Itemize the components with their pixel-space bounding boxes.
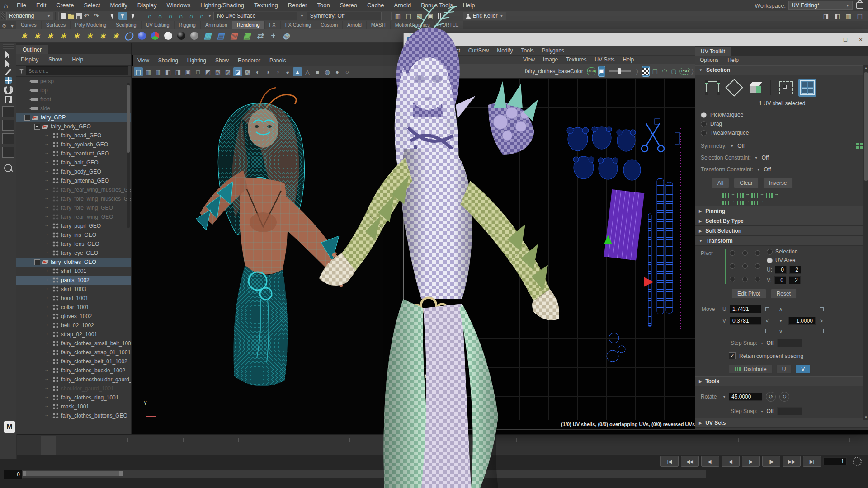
move-step-snap-value[interactable]: Off [766,340,774,346]
viewport-lights-icon[interactable]: ▩ [243,67,252,76]
shelf-tab[interactable]: UV Editing [142,21,174,29]
viewport-menu-item[interactable]: Lighting [183,57,211,64]
uv-menu-item[interactable]: Cut/Sew [464,47,493,54]
rotate-step-snap-value[interactable]: Off [766,408,774,414]
outliner-menu-item[interactable]: Help [67,56,88,63]
ramp-icon[interactable]: ◍ [280,30,292,42]
uv-menu-item[interactable]: View [519,56,539,63]
expand-toggle[interactable] [44,386,51,391]
toolbox-grip[interactable] [3,44,14,49]
uv-select-icon[interactable] [703,79,722,97]
shelf-tab[interactable]: Animation [201,21,232,29]
shelf-tab[interactable]: Rendering [232,21,264,29]
shelf-tab[interactable]: MASH [367,21,390,29]
viewport-shadows-icon[interactable]: ◐ [253,67,262,76]
move-step-field[interactable]: 1.0000 [788,317,816,325]
viewport-lock-icon[interactable]: ▥ [144,67,153,76]
soft-selection-section-header[interactable]: ▶Soft Selection [695,226,868,236]
viewport-extra-icon[interactable]: ○ [343,67,352,76]
expand-toggle[interactable] [44,188,51,192]
convert-to-face-icon[interactable] [751,193,760,198]
expand-toggle[interactable] [24,88,29,93]
menu-set-select[interactable]: Rendering▼ [6,12,53,20]
toolkit-scrollbar[interactable]: ▲▼ [863,65,868,420]
expand-toggle[interactable] [24,106,29,111]
live-surface-field[interactable]: No Live Surface [213,12,297,20]
uv-marquee-select-icon[interactable] [777,79,795,97]
outliner-row[interactable]: fairy_GRP [16,113,131,122]
select-object-icon[interactable] [118,12,127,20]
shelf-tab[interactable]: Rigging [175,21,200,29]
convert-to-vertex-icon[interactable] [766,193,774,198]
outliner-row[interactable]: shoulder_gaurd_1001 [16,384,131,393]
menu-item[interactable]: Render [283,0,312,11]
outliner-row[interactable]: fairy_clothes_small_belt_1002 [16,339,131,348]
expand-toggle[interactable] [44,251,51,256]
uv-menu-item[interactable]: Select [441,47,464,54]
maya-badge[interactable]: M [4,421,15,433]
black-sphere-icon[interactable] [175,30,187,42]
maya-home-icon[interactable]: ⌂ [0,0,12,11]
viewport-grid-icon[interactable]: ▦ [154,67,163,76]
expand-toggle[interactable] [44,215,51,220]
selection-constraint-value[interactable]: Off [762,155,769,161]
menu-item[interactable]: Windows [161,0,195,11]
light-icon[interactable]: ∗ [18,30,30,42]
menu-item[interactable]: Texturing [249,0,283,11]
expand-toggle[interactable] [44,332,51,337]
viewport-wireframe-icon[interactable]: ▧ [213,67,222,76]
expand-toggle[interactable] [44,151,51,156]
viewport-menu-item[interactable]: Show [211,57,233,64]
outliner-row[interactable]: collar_1001 [16,303,131,312]
outliner-menu-item[interactable]: Show [44,56,66,63]
raise-attribute-editor-icon[interactable]: ◨ [821,12,830,20]
uv-menu-item[interactable]: Textures [562,56,590,63]
play-backward-button[interactable]: ◀ [722,456,740,467]
gray-sphere-icon[interactable] [189,30,200,42]
shade-uvs-icon[interactable]: ▢ [670,66,677,76]
group-grip[interactable] [1,12,5,19]
outliner-tab[interactable]: Outliner [16,45,48,54]
light-icon[interactable]: ∗ [97,30,108,42]
minimize-button[interactable]: — [822,33,838,46]
distribute-v-toggle[interactable]: V [795,365,811,374]
maximize-button[interactable]: □ [838,33,853,46]
viewport-plane-icon[interactable]: ◍ [323,67,332,76]
animation-preferences-icon[interactable] [853,457,862,466]
outliner-row[interactable]: front [16,95,131,104]
expand-toggle[interactable] [44,242,51,247]
paint-select-tool[interactable] [5,69,12,75]
white-sphere-icon[interactable] [162,30,174,42]
uv-distortion-icon[interactable]: ◠ [661,66,668,76]
display-image-icon[interactable]: ▣ [599,66,605,76]
workspace-select[interactable]: UV Editing*▼ [788,1,853,10]
raise-channel-box-icon[interactable]: ▥ [844,12,853,20]
move-right-button[interactable]: > [816,318,827,324]
outliner-row[interactable]: fairy_lens_GEO [16,239,131,249]
menu-item[interactable]: Stereo [335,0,362,11]
selection-section-header[interactable]: ▼Selection [695,65,868,75]
distribute-button[interactable]: Distribute [729,365,773,374]
viewport-resolution-icon[interactable]: ◨ [174,67,183,76]
undo-icon[interactable]: ↶ [82,12,91,20]
render-frame-icon[interactable]: ▥ [393,12,402,20]
shaded-sphere-icon[interactable] [136,30,148,42]
go-to-end-button[interactable]: ▶| [803,456,821,467]
rotate-cw-button[interactable]: ↻ [779,392,789,402]
transform-section-header[interactable]: ▼Transform [695,236,868,246]
rotate-ccw-button[interactable]: ↺ [766,392,776,402]
pivot-position-grid[interactable] [725,249,760,284]
material-icon[interactable]: ▥ [228,30,240,42]
expand-toggle[interactable] [44,133,51,138]
light-icon[interactable]: ∗ [71,30,82,42]
new-scene-icon[interactable] [61,13,66,19]
save-scene-icon[interactable] [76,13,82,19]
pivot-u-min-field[interactable]: 0 [775,266,787,274]
select-by-type-section-header[interactable]: ▶Select By Type [695,216,868,226]
raise-tool-settings-icon[interactable]: ◧ [833,12,842,20]
wire-sphere-icon[interactable]: ◯ [123,30,135,42]
rotate-field[interactable]: 45.0000 [729,393,762,401]
outliner-row[interactable]: fairy_antenna_GEO [16,176,131,185]
retain-spacing-row[interactable]: ✓ Retain component spacing [695,350,868,362]
expand-toggle[interactable] [44,233,51,238]
